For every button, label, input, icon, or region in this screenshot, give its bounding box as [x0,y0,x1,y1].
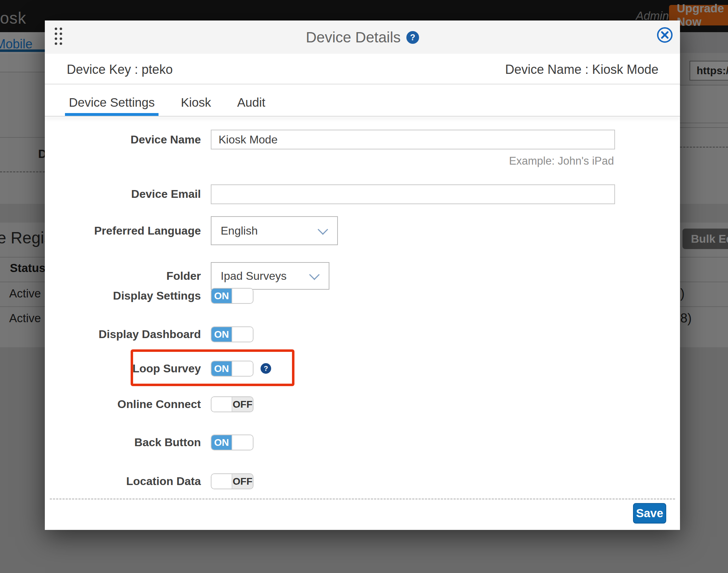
online-connect-toggle[interactable]: OFF [211,396,253,412]
location-data-toggle[interactable]: OFF [211,473,253,489]
tab-audit[interactable]: Audit [233,95,269,116]
folder-select[interactable]: Ipad Surveys [211,262,329,290]
modal-title-row: Device Details ? [45,29,680,46]
loop-survey-row: Loop Survey ON [45,361,680,377]
device-key-text: Device Key : pteko [67,62,173,77]
chevron-down-icon [318,224,328,235]
display-dashboard-row: Display Dashboard ON [45,326,680,342]
device-name-input[interactable] [211,130,615,149]
toggle-knob [232,327,253,342]
tab-device-settings[interactable]: Device Settings [65,95,159,116]
toggle-knob [232,435,253,450]
online-connect-row: Online Connect OFF [45,396,680,412]
device-name-text: Device Name : Kiosk Mode [505,62,658,77]
chevron-down-icon [309,270,320,280]
tab-kiosk[interactable]: Kiosk [177,95,215,116]
folder-row: Folder Ipad Surveys [45,262,680,290]
preferred-language-select[interactable]: English [211,216,338,245]
preferred-language-row: Preferred Language English [45,216,680,245]
close-x-glyph [661,31,669,39]
toggle-knob [211,397,232,412]
close-icon[interactable] [657,27,673,43]
loop-survey-toggle[interactable]: ON [211,361,253,377]
back-button-row: Back Button ON [45,435,680,450]
toggle-off-segment: OFF [232,397,253,412]
folder-value: Ipad Surveys [221,270,287,283]
preferred-language-value: English [221,224,258,237]
display-dashboard-label: Display Dashboard [45,328,201,341]
screenshot-root: osk Admin Upgrade Now Mobile https:// D … [0,0,728,573]
modal-title: Device Details [306,29,400,46]
preferred-language-label: Preferred Language [45,224,201,237]
online-connect-label: Online Connect [45,398,201,411]
save-button[interactable]: Save [633,503,666,524]
display-settings-label: Display Settings [45,289,201,302]
tabs-divider [45,116,680,117]
help-icon[interactable]: ? [406,31,419,44]
folder-label: Folder [45,270,201,283]
modal-tabs: Device Settings Kiosk Audit [65,95,269,116]
toggle-knob [211,474,232,489]
display-dashboard-toggle[interactable]: ON [211,326,253,342]
location-data-row: Location Data OFF [45,473,680,489]
back-button-label: Back Button [45,436,201,449]
loop-survey-label: Loop Survey [45,362,201,375]
back-button-toggle[interactable]: ON [211,435,253,450]
device-name-hint: Example: John's iPad [509,155,614,167]
device-details-modal: Device Details ? Device Key : pteko Devi… [45,20,680,530]
toggle-on-segment: ON [211,289,232,303]
help-icon[interactable]: ? [261,363,271,374]
display-settings-toggle[interactable]: ON [211,288,253,304]
divider [45,84,680,84]
device-email-label: Device Email [45,188,201,201]
toggle-knob [232,289,253,303]
device-name-label: Device Name [45,133,201,146]
device-email-input[interactable] [211,184,615,204]
toggle-on-segment: ON [211,361,232,376]
device-name-row: Device Name [45,130,680,149]
display-settings-row: Display Settings ON [45,288,680,304]
device-email-row: Device Email [45,184,680,204]
location-data-label: Location Data [45,475,201,488]
footer-dashed-divider [50,498,675,500]
toggle-off-segment: OFF [232,474,253,489]
toggle-on-segment: ON [211,327,232,342]
toggle-knob [232,361,253,376]
toggle-on-segment: ON [211,435,232,450]
